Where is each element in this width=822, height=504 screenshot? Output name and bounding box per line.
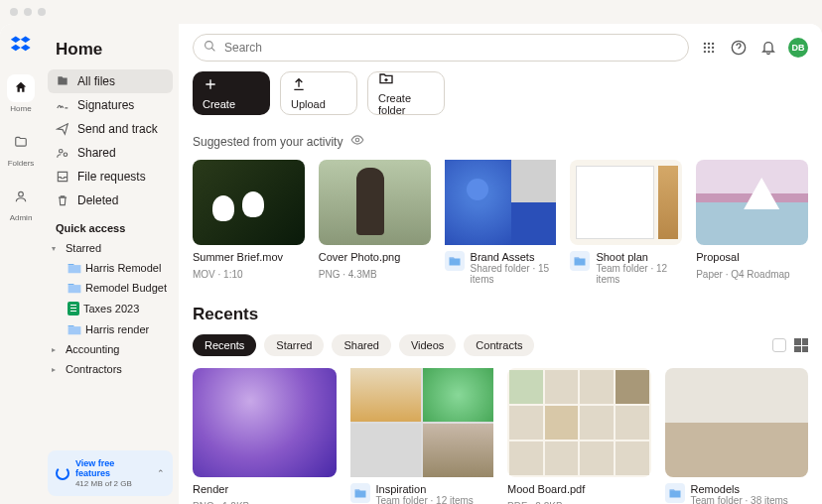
rail-label: Admin: [10, 213, 33, 222]
item-sub: Paper · Q4 Roadmap: [696, 269, 808, 280]
filter-videos[interactable]: Videos: [399, 334, 456, 356]
promo-sub: 412 MB of 2 GB: [75, 479, 132, 488]
nav-label: Deleted: [77, 193, 118, 207]
item-sub: Shared folder · 15 items: [471, 263, 557, 285]
upload-button[interactable]: Upload: [280, 71, 357, 115]
rail-folders[interactable]: Folders: [7, 129, 35, 168]
tree-harris-render[interactable]: Harris render: [48, 319, 173, 339]
recents-header: Recents: [193, 305, 808, 324]
spreadsheet-icon: [68, 302, 79, 315]
promo-title: View free features: [75, 458, 151, 478]
create-button[interactable]: Create: [193, 71, 270, 115]
visibility-icon[interactable]: [350, 133, 364, 150]
main-content: DB Create Upload Create folder Suggested…: [179, 24, 822, 504]
bell-icon[interactable]: [758, 38, 778, 58]
nav-deleted[interactable]: Deleted: [48, 189, 173, 212]
apps-grid-icon[interactable]: [699, 38, 719, 58]
admin-icon: [14, 189, 28, 206]
item-name: Proposal: [696, 251, 808, 263]
filter-contracts[interactable]: Contracts: [464, 334, 534, 356]
rail-label: Home: [10, 104, 31, 113]
chevron-right-icon: ▸: [52, 365, 62, 374]
filter-starred[interactable]: Starred: [264, 334, 324, 356]
nav-label: Send and track: [77, 122, 158, 136]
tree-contractors[interactable]: ▸ Contractors: [48, 359, 173, 379]
search-field[interactable]: [193, 34, 689, 62]
signature-icon: [56, 98, 69, 112]
nav-label: All files: [77, 74, 115, 88]
suggested-item[interactable]: Brand Assets Shared folder · 15 items: [445, 160, 557, 285]
folder-icon: [68, 262, 81, 274]
tree-label: Accounting: [66, 343, 119, 355]
svg-point-3: [206, 42, 213, 50]
suggested-item[interactable]: Summer Brief.mov MOV · 1:10: [193, 160, 305, 285]
grid-view-icon[interactable]: [794, 338, 808, 352]
files-icon: [56, 74, 69, 88]
sidebar: Home All files Signatures Send and track…: [42, 24, 179, 504]
quick-access-label: Quick access: [48, 212, 173, 238]
tree-harris-remodel[interactable]: Harris Remodel: [48, 258, 173, 278]
item-name: Cover Photo.png: [319, 251, 431, 263]
suggested-item[interactable]: Shoot plan Team folder · 12 items: [570, 160, 682, 285]
suggested-item[interactable]: Proposal Paper · Q4 Roadmap: [696, 160, 808, 285]
suggested-item[interactable]: Cover Photo.png PNG · 4.3MB: [319, 160, 431, 285]
item-sub: Team folder · 12 items: [376, 495, 474, 504]
upgrade-promo[interactable]: View free features 412 MB of 2 GB ⌃: [48, 450, 173, 496]
dropbox-logo-icon[interactable]: [10, 34, 32, 59]
item-name: Summer Brief.mov: [193, 251, 305, 263]
tree-label: Contractors: [66, 363, 122, 375]
recent-item[interactable]: Render PNG · 1.2KB: [193, 368, 337, 504]
traffic-max[interactable]: [38, 8, 46, 16]
tree-label: Starred: [66, 242, 101, 254]
tree-accounting[interactable]: ▸ Accounting: [48, 339, 173, 359]
svg-point-0: [19, 191, 24, 196]
nav-label: Signatures: [77, 98, 134, 112]
user-avatar[interactable]: DB: [788, 38, 808, 58]
home-icon: [14, 80, 28, 97]
section-title: Recents: [193, 305, 258, 324]
item-sub: Team folder · 38 items: [691, 495, 788, 504]
nav-signatures[interactable]: Signatures: [48, 93, 173, 117]
tree-remodel-budget[interactable]: Remodel Budget: [48, 278, 173, 298]
section-title: Suggested from your activity: [193, 135, 342, 149]
recent-item[interactable]: Inspiration Team folder · 12 items: [350, 368, 494, 504]
inbox-icon: [56, 170, 69, 184]
tree-taxes-2023[interactable]: Taxes 2023: [48, 298, 173, 319]
filter-row: Recents Starred Shared Videos Contracts: [193, 334, 808, 356]
shared-icon: [56, 146, 69, 160]
progress-spinner-icon: [56, 466, 69, 480]
folder-badge-icon: [445, 251, 465, 271]
folder-badge-icon: [665, 483, 685, 503]
recent-item[interactable]: Remodels Team folder · 38 items: [665, 368, 809, 504]
action-bar: Create Upload Create folder: [193, 71, 808, 115]
nav-label: Shared: [77, 146, 116, 160]
nav-file-requests[interactable]: File requests: [48, 165, 173, 189]
create-folder-button[interactable]: Create folder: [367, 71, 445, 115]
filter-recents[interactable]: Recents: [193, 334, 256, 356]
nav-send-track[interactable]: Send and track: [48, 117, 173, 141]
help-icon[interactable]: [729, 38, 749, 58]
filter-shared[interactable]: Shared: [332, 334, 390, 356]
thumbnail: [570, 160, 682, 245]
item-name: Brand Assets: [471, 251, 557, 263]
recents-row: Render PNG · 1.2KB Inspiration Team fold…: [193, 368, 808, 504]
suggested-header: Suggested from your activity: [193, 133, 808, 150]
topbar: DB: [193, 34, 808, 62]
svg-point-14: [356, 138, 360, 142]
button-label: Create folder: [378, 92, 434, 116]
tree-label: Taxes 2023: [83, 303, 139, 315]
search-input[interactable]: [224, 41, 678, 55]
thumbnail: [445, 160, 557, 245]
tree-starred[interactable]: ▾ Starred: [48, 238, 173, 258]
select-checkbox[interactable]: [772, 338, 786, 352]
svg-point-9: [712, 47, 714, 49]
rail-home[interactable]: Home: [7, 74, 35, 113]
recent-item[interactable]: Mood Board.pdf PDF · 2.2KB: [507, 368, 651, 504]
tree-label: Harris render: [85, 323, 149, 335]
traffic-min[interactable]: [24, 8, 32, 16]
traffic-close[interactable]: [10, 8, 18, 16]
nav-shared[interactable]: Shared: [48, 141, 173, 165]
folder-badge-icon: [570, 251, 590, 271]
rail-admin[interactable]: Admin: [7, 184, 35, 222]
nav-all-files[interactable]: All files: [48, 69, 173, 93]
